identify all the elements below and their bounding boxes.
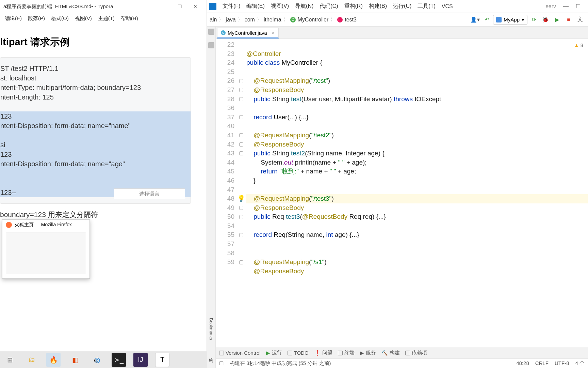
intellij-window: 文件(F) 编辑(E) 视图(V) 导航(N) 代码(C) 重构(R) 构建(B… — [207, 0, 588, 368]
deps-tool[interactable]: 依赖项 — [405, 350, 427, 356]
method-icon: m — [337, 17, 343, 22]
typora-window: a程序员要掌握的前端_HTML&CSS.md• - Typora — ☐ ✕ 编… — [0, 0, 207, 368]
tab-mycontroller[interactable]: C MyController.java ✕ — [217, 28, 279, 39]
heading: ltipart 请求示例 — [0, 35, 207, 49]
breadcrumb[interactable]: ain〉 java〉 com〉 itheima〉 C MyController〉… — [210, 17, 357, 23]
menu-serv[interactable]: serv — [543, 3, 559, 10]
menu-edit[interactable]: 编辑(E) — [2, 15, 24, 22]
menu-refactor[interactable]: 重构(R) — [342, 2, 365, 11]
terminal-tool[interactable]: 终端 — [338, 350, 355, 356]
class-icon: C — [290, 17, 296, 22]
vcs-tool[interactable]: Version Control — [219, 350, 261, 356]
user-icon[interactable]: 👤▾ — [470, 15, 480, 25]
intellij-menubar: 文件(F) 编辑(E) 视图(V) 导航(N) 代码(C) 重构(R) 构建(B… — [207, 0, 588, 13]
firefox-preview-popup[interactable]: 火狐主页 — Mozilla Firefox — [2, 219, 90, 279]
editor-tabs: C MyController.java ✕ — [216, 27, 588, 39]
warnings-badge[interactable]: ▲ 8 — [574, 41, 583, 50]
encoding[interactable]: UTF-8 — [555, 360, 569, 367]
office-icon[interactable]: ◧ — [68, 353, 82, 367]
left-tool-stripe: Bookmarks 结构 — [207, 27, 216, 368]
structure-tool-icon[interactable] — [208, 42, 214, 48]
firefox-thumbnail[interactable] — [6, 232, 86, 274]
typora-titlebar: a程序员要掌握的前端_HTML&CSS.md• - Typora — ☐ ✕ — [0, 0, 207, 13]
maximize-button[interactable]: ☐ — [573, 1, 583, 12]
bottom-tool-bar: Version Control ▶运行 TODO ❗问题 终端 ▶服务 🔨构建 … — [216, 347, 588, 358]
close-tab-icon[interactable]: ✕ — [271, 30, 275, 35]
menu-help[interactable]: 帮助(H) — [118, 15, 141, 22]
intellij-icon[interactable]: IJ — [133, 353, 148, 367]
menu-theme[interactable]: 主题(T) — [95, 15, 117, 22]
close-button[interactable]: ✕ — [187, 0, 203, 13]
menu-format[interactable]: 格式(O) — [48, 15, 71, 22]
menu-paragraph[interactable]: 段落(P) — [25, 15, 48, 22]
menu-vcs[interactable]: VCS — [439, 3, 456, 10]
run-config-selector[interactable]: MyApp ▾ — [493, 15, 527, 25]
typora-title: a程序员要掌握的前端_HTML&CSS.md• - Typora — [3, 3, 113, 10]
debug-button[interactable]: 🐞 — [540, 15, 551, 25]
menu-edit[interactable]: 编辑(E) — [244, 2, 267, 11]
code-editor[interactable]: 2223242526272836374041424344454647484950… — [216, 39, 588, 347]
note-text: boundary=123 用来定义分隔符 — [0, 210, 207, 219]
minimize-button[interactable]: — — [156, 0, 172, 13]
windows-taskbar: ⊞ 🗂 🔥↖ ◧ ◎ ≻_ IJ T — [0, 351, 207, 368]
edge-icon[interactable]: ◎ — [90, 353, 104, 367]
code-block[interactable]: ST /test2 HTTP/1.1st: localhostntent-Typ… — [0, 57, 191, 204]
stop-button[interactable]: ■ — [564, 15, 574, 25]
class-icon: C — [221, 30, 226, 35]
bookmarks-tool[interactable]: Bookmarks — [209, 318, 214, 340]
project-tool-icon[interactable] — [208, 29, 214, 35]
menu-nav[interactable]: 导航(N) — [292, 2, 316, 11]
todo-tool[interactable]: TODO — [288, 350, 309, 356]
intellij-toolbar: ain〉 java〉 com〉 itheima〉 C MyController〉… — [207, 13, 588, 27]
typora-menubar: 编辑(E) 段落(P) 格式(O) 视图(V) 主题(T) 帮助(H) — [0, 13, 207, 24]
firefox-popup-title: 火狐主页 — Mozilla Firefox — [15, 222, 72, 228]
coverage-button[interactable]: ▶ — [552, 15, 562, 25]
language-select[interactable]: 选择语言 — [114, 188, 185, 199]
tab-size[interactable]: 4 个 — [575, 360, 585, 367]
intellij-app-icon — [209, 3, 216, 10]
menu-view[interactable]: 视图(V) — [268, 2, 292, 11]
explorer-icon[interactable]: 🗂 — [24, 353, 39, 367]
maximize-button[interactable]: ☐ — [172, 0, 187, 13]
intellij-statusbar: ☐ 构建在 3秒14毫秒 中成功完成 (55 分钟 之前) 48:28 CRLF… — [216, 358, 588, 368]
menu-view[interactable]: 视图(V) — [72, 15, 95, 22]
run-tool[interactable]: ▶运行 — [266, 350, 282, 356]
terminal-icon[interactable]: ≻_ — [112, 353, 126, 367]
menu-file[interactable]: 文件(F) — [220, 2, 243, 11]
taskview-icon[interactable]: ⊞ — [3, 353, 17, 367]
typora-document[interactable]: ltipart 请求示例 ST /test2 HTTP/1.1st: local… — [0, 24, 207, 368]
status-message: 构建在 3秒14毫秒 中成功完成 (55 分钟 之前) — [230, 360, 331, 367]
more-button[interactable]: 文 — [575, 15, 585, 25]
menu-run[interactable]: 运行(U) — [390, 2, 414, 11]
line-gutter: 2223242526272836374041424344454647484950… — [216, 39, 238, 347]
build-tool[interactable]: 🔨构建 — [381, 350, 400, 356]
firefox-taskbar-icon[interactable]: 🔥↖ — [46, 353, 61, 367]
firefox-icon — [6, 222, 12, 228]
line-sep[interactable]: CRLF — [535, 360, 549, 367]
services-tool[interactable]: ▶服务 — [360, 350, 376, 356]
menu-build[interactable]: 构建(B) — [366, 2, 390, 11]
typora-taskbar-icon[interactable]: T — [155, 353, 169, 367]
warning-icon: ▲ — [574, 41, 579, 50]
menu-tools[interactable]: 工具(T) — [415, 2, 438, 11]
gutter-marks: 💡 — [238, 39, 244, 347]
run-config-icon — [496, 17, 502, 22]
problems-tool[interactable]: ❗问题 — [314, 350, 332, 356]
menu-code[interactable]: 代码(C) — [317, 2, 341, 11]
chevron-down-icon: ▾ — [522, 17, 524, 23]
run-button[interactable]: ⟳ — [529, 15, 539, 25]
caret-pos[interactable]: 48:28 — [516, 360, 529, 367]
minimize-button[interactable]: — — [561, 1, 571, 12]
back-button[interactable]: ↶ — [481, 15, 492, 25]
code-area[interactable]: @Controllerpublic class MyController { @… — [244, 39, 588, 347]
